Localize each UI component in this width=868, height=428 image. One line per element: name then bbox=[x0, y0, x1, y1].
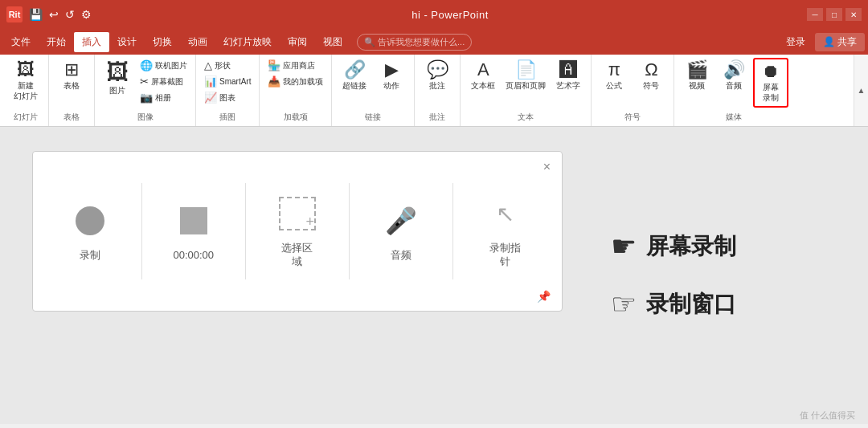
ribbon-group-1: ⊞表格表格 bbox=[49, 55, 95, 126]
settings-icon[interactable]: ⚙ bbox=[80, 6, 93, 22]
search-placeholder: 🔍 告诉我您想要做什么... bbox=[364, 36, 465, 48]
toolbar-items: 录制 00:00:00 + 选择区域 bbox=[46, 165, 549, 298]
menu-bar: 文件开始插入设计切换动画幻灯片放映审阅视图 🔍 告诉我您想要做什么... 登录 … bbox=[0, 29, 868, 55]
ribbon-icon-屏幕录制: ⏺ bbox=[762, 63, 780, 80]
ribbon-group-6: 💬批注批注 bbox=[415, 55, 461, 126]
ribbon-btn-公式[interactable]: π公式 bbox=[596, 58, 632, 94]
record-button[interactable]: 录制 bbox=[54, 201, 126, 263]
ribbon-btn-label-音频: 音频 bbox=[726, 80, 742, 91]
pointer-label: 录制指针 bbox=[489, 242, 521, 269]
ribbon-btn-页眉和页脚[interactable]: 📄页眉和页脚 bbox=[502, 58, 549, 94]
menu-item-幻灯片放映[interactable]: 幻灯片放映 bbox=[215, 32, 280, 52]
select-area-label: 选择区域 bbox=[281, 242, 313, 269]
ribbon-icon-页眉和页脚: 📄 bbox=[515, 61, 537, 79]
ribbon-btn-表格[interactable]: ⊞表格 bbox=[54, 58, 89, 94]
ribbon-btn-艺术字[interactable]: 🅰艺术字 bbox=[551, 58, 586, 94]
title-bar-left: Rit 💾 ↩ ↺ ⚙ bbox=[6, 6, 93, 22]
ribbon-btn-label-表格: 表格 bbox=[63, 80, 80, 91]
select-area-button[interactable]: + 选择区域 bbox=[261, 194, 334, 269]
ribbon-group-9: 🎬视频🔊音频⏺屏幕录制媒体 bbox=[674, 55, 793, 126]
ribbon-btn-我的加载项[interactable]: 📥我的加载项 bbox=[264, 74, 326, 89]
login-button[interactable]: 登录 bbox=[781, 34, 810, 51]
ribbon-btn-形状[interactable]: △形状 bbox=[201, 58, 254, 73]
toolbar-close-button[interactable]: × bbox=[543, 160, 551, 174]
ribbon-group-7: A文本框📄页眉和页脚🅰艺术字文本 bbox=[461, 55, 592, 126]
ribbon-btn-label-符号: 符号 bbox=[643, 80, 659, 91]
hand-point-icon-2: ☞ bbox=[611, 287, 637, 321]
ribbon-btn-动作[interactable]: ▶动作 bbox=[374, 58, 409, 94]
ribbon-btn-picture[interactable]: 🖼图片 bbox=[100, 58, 135, 99]
timer-display: 00:00:00 bbox=[158, 201, 230, 263]
menu-item-设计[interactable]: 设计 bbox=[109, 32, 145, 52]
divider-3 bbox=[349, 183, 350, 279]
menu-item-视图[interactable]: 视图 bbox=[315, 32, 350, 52]
ribbon-btn-文本框[interactable]: A文本框 bbox=[465, 58, 501, 94]
ribbon-btn-批注[interactable]: 💬批注 bbox=[420, 58, 455, 94]
audio-button[interactable]: 🎤 音频 bbox=[365, 201, 437, 263]
ribbon-btn-屏幕截图[interactable]: ✂屏幕截图 bbox=[137, 74, 190, 89]
ribbon-group-buttons-3: △形状📊SmartArt📈图表 bbox=[201, 58, 254, 110]
ribbon-icon-符号: Ω bbox=[645, 61, 657, 79]
ribbon-group-label-0: 幻灯片 bbox=[14, 110, 38, 123]
ribbon-btn-相册[interactable]: 📷相册 bbox=[137, 90, 190, 105]
share-label: 共享 bbox=[837, 35, 857, 49]
right-content: ☛ 屏幕录制 ☞ 录制窗口 bbox=[611, 151, 736, 400]
menu-item-插入[interactable]: 插入 bbox=[74, 32, 109, 52]
record-label: 录制 bbox=[80, 249, 100, 263]
menu-item-动画[interactable]: 动画 bbox=[180, 32, 215, 52]
record-pointer-button[interactable]: ↖ 录制指针 bbox=[469, 194, 541, 269]
ribbon-btn-图表[interactable]: 📈图表 bbox=[201, 90, 254, 105]
search-bar[interactable]: 🔍 告诉我您想要做什么... bbox=[357, 34, 472, 51]
ribbon-btn-应用商店[interactable]: 🏪应用商店 bbox=[264, 58, 326, 73]
ribbon-group-buttons-5: 🔗超链接▶动作 bbox=[337, 58, 409, 110]
share-button[interactable]: 👤 共享 bbox=[815, 33, 865, 51]
ribbon-btn-新建幻灯片[interactable]: 🖼新建幻灯片 bbox=[8, 58, 43, 104]
record-window-label: 录制窗口 bbox=[646, 289, 736, 320]
menu-item-文件[interactable]: 文件 bbox=[3, 32, 39, 52]
ribbon-group-buttons-7: A文本框📄页眉和页脚🅰艺术字 bbox=[465, 58, 586, 110]
ribbon-btn-符号[interactable]: Ω符号 bbox=[633, 58, 669, 94]
window-title: hi - PowerPoint bbox=[411, 9, 489, 21]
timer-label: 00:00:00 bbox=[173, 249, 214, 263]
ribbon-btn-label-艺术字: 艺术字 bbox=[556, 80, 580, 91]
undo-icon[interactable]: ↩ bbox=[47, 6, 60, 22]
ribbon-btn-label-屏幕录制: 屏幕录制 bbox=[763, 82, 779, 103]
minimize-button[interactable]: ─ bbox=[807, 8, 823, 21]
ribbon-icon-艺术字: 🅰 bbox=[559, 61, 577, 79]
restore-button[interactable]: □ bbox=[826, 8, 842, 21]
pin-button[interactable]: 📌 bbox=[537, 290, 551, 303]
close-button[interactable]: ✕ bbox=[845, 8, 862, 21]
menu-right: 登录 👤 共享 bbox=[781, 33, 865, 51]
ribbon-group-label-9: 媒体 bbox=[726, 110, 742, 123]
ribbon-btn-视频[interactable]: 🎬视频 bbox=[679, 58, 714, 94]
save-icon[interactable]: 💾 bbox=[27, 6, 44, 22]
menu-item-切换[interactable]: 切换 bbox=[145, 32, 180, 52]
ribbon-icon-视频: 🎬 bbox=[686, 61, 708, 79]
redo-icon[interactable]: ↺ bbox=[63, 6, 76, 22]
title-bar: Rit 💾 ↩ ↺ ⚙ hi - PowerPoint ─ □ ✕ bbox=[0, 0, 868, 29]
ribbon-collapse-button[interactable]: ▲ bbox=[854, 55, 868, 126]
screen-record-feature: ☛ 屏幕录制 bbox=[611, 230, 736, 263]
ribbon-icon-音频: 🔊 bbox=[723, 61, 745, 79]
ribbon-btn-label-文本框: 文本框 bbox=[471, 80, 495, 91]
ribbon-btn-label-视频: 视频 bbox=[689, 80, 705, 91]
ribbon-btn-SmartArt[interactable]: 📊SmartArt bbox=[201, 74, 254, 89]
app-icon: Rit bbox=[6, 6, 23, 22]
ribbon-group-buttons-1: ⊞表格 bbox=[54, 58, 89, 110]
ribbon-group-buttons-2: 🖼图片🌐联机图片✂屏幕截图📷相册 bbox=[100, 58, 190, 110]
ribbon-btn-音频[interactable]: 🔊音频 bbox=[716, 58, 751, 94]
ribbon-btn-label-动作: 动作 bbox=[383, 80, 399, 91]
menu-item-审阅[interactable]: 审阅 bbox=[280, 32, 315, 52]
ribbon-group-5: 🔗超链接▶动作链接 bbox=[332, 55, 415, 126]
ribbon-group-buttons-4: 🏪应用商店📥我的加载项 bbox=[264, 58, 326, 110]
ribbon-group-label-1: 表格 bbox=[63, 110, 80, 123]
ribbon-btn-label-新建幻灯片: 新建幻灯片 bbox=[14, 80, 38, 101]
ribbon-btn-屏幕录制[interactable]: ⏺屏幕录制 bbox=[753, 58, 788, 108]
title-bar-right: ─ □ ✕ bbox=[807, 8, 862, 21]
ribbon-btn-联机图片[interactable]: 🌐联机图片 bbox=[137, 58, 190, 73]
ribbon-group-label-7: 文本 bbox=[518, 110, 534, 123]
menu-item-开始[interactable]: 开始 bbox=[39, 32, 74, 52]
ribbon-group-buttons-9: 🎬视频🔊音频⏺屏幕录制 bbox=[679, 58, 788, 110]
ribbon-group-buttons-8: π公式Ω符号 bbox=[596, 58, 669, 110]
ribbon-btn-超链接[interactable]: 🔗超链接 bbox=[337, 58, 372, 94]
